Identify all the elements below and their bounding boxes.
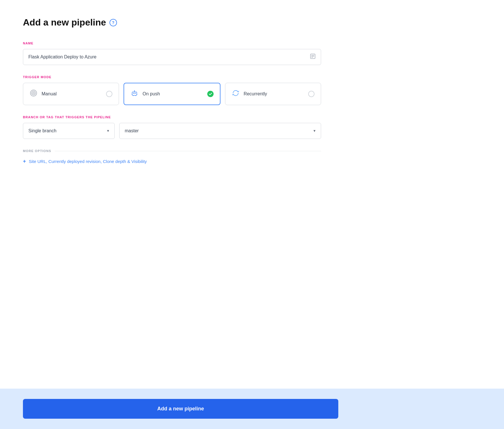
template-icon	[310, 54, 316, 61]
trigger-option-manual-left: Manual	[30, 89, 56, 99]
name-input[interactable]	[23, 49, 321, 65]
trigger-mode-label: TRIGGER MODE	[23, 75, 321, 79]
help-icon[interactable]: ?	[110, 19, 117, 26]
trigger-option-on-push[interactable]: On push	[124, 83, 220, 105]
page-title: Add a new pipeline	[23, 17, 106, 28]
plus-icon: +	[23, 158, 26, 164]
branch-value-display: master	[120, 123, 321, 139]
trigger-mode-section: TRIGGER MODE Manual	[23, 75, 321, 105]
trigger-recur-label: Recurrently	[244, 91, 267, 97]
name-section: NAME	[23, 42, 321, 65]
more-options-divider	[55, 151, 321, 151]
trigger-push-radio	[207, 91, 214, 97]
recurrently-icon	[232, 89, 240, 99]
trigger-mode-row: Manual	[23, 83, 321, 105]
more-options-section: MORE OPTIONS + Site URL, Currently deplo…	[23, 149, 321, 164]
trigger-manual-radio	[106, 91, 112, 97]
page-title-row: Add a new pipeline ?	[23, 17, 321, 28]
svg-point-5	[32, 91, 36, 95]
branch-type-select[interactable]: Single branch ▼	[23, 123, 115, 139]
footer-bar: Add a new pipeline	[0, 389, 504, 429]
trigger-push-label: On push	[142, 91, 160, 97]
trigger-recur-radio	[308, 91, 314, 97]
svg-rect-8	[133, 93, 134, 94]
more-options-header: MORE OPTIONS	[23, 149, 321, 153]
on-push-icon	[130, 89, 138, 99]
svg-rect-9	[135, 93, 136, 94]
branch-type-display: Single branch	[23, 123, 114, 139]
more-options-text: Site URL, Currently deployed revision, C…	[29, 159, 147, 164]
manual-icon	[30, 89, 38, 99]
branch-value-select[interactable]: master ▼	[119, 123, 321, 139]
branch-row: Single branch ▼ master ▼	[23, 123, 321, 139]
trigger-option-recurrently[interactable]: Recurrently	[225, 83, 321, 105]
more-options-label: MORE OPTIONS	[23, 149, 51, 153]
trigger-option-recur-left: Recurrently	[232, 89, 267, 99]
trigger-option-push-left: On push	[130, 89, 160, 99]
name-input-wrapper	[23, 49, 321, 65]
svg-rect-7	[132, 92, 137, 95]
svg-point-6	[33, 92, 34, 94]
svg-point-11	[134, 90, 135, 91]
branch-value-arrow-icon: ▼	[313, 129, 316, 133]
name-label: NAME	[23, 42, 321, 45]
add-pipeline-button[interactable]: Add a new pipeline	[23, 399, 338, 419]
trigger-option-manual[interactable]: Manual	[23, 83, 119, 105]
more-options-expand[interactable]: + Site URL, Currently deployed revision,…	[23, 158, 321, 164]
branch-section: BRANCH OR TAG THAT TRIGGERS THE PIPELINE…	[23, 115, 321, 139]
branch-type-arrow-icon: ▼	[106, 129, 110, 133]
branch-label: BRANCH OR TAG THAT TRIGGERS THE PIPELINE	[23, 115, 321, 119]
trigger-manual-label: Manual	[42, 91, 56, 97]
